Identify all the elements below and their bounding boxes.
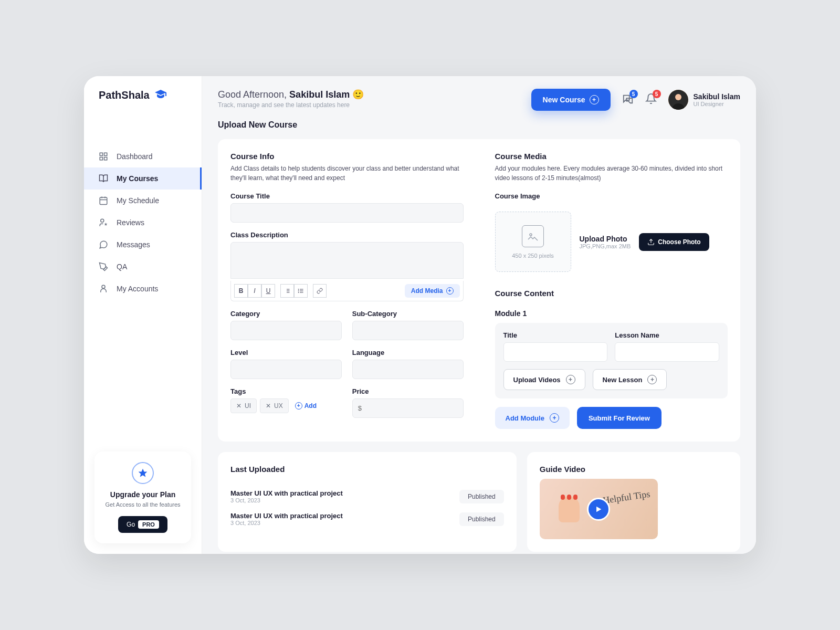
sub-category-label: Sub-Category bbox=[352, 310, 464, 318]
nav-accounts[interactable]: My Accounts bbox=[84, 278, 202, 300]
svg-point-26 bbox=[530, 234, 532, 236]
svg-marker-28 bbox=[596, 506, 601, 512]
avatar bbox=[668, 90, 688, 110]
link-button[interactable] bbox=[313, 284, 327, 298]
svg-marker-11 bbox=[139, 468, 148, 477]
guide-video-title: Guide Video bbox=[540, 465, 728, 474]
notifications-icon-button[interactable]: 5 bbox=[645, 93, 657, 107]
upload-info-title: Upload Photo bbox=[580, 235, 631, 243]
upgrade-btn-text: Go bbox=[127, 521, 135, 528]
section-desc: Add your modules here. Every modules ave… bbox=[495, 164, 728, 183]
tag-chip[interactable]: ✕UX bbox=[260, 398, 289, 413]
calendar-icon bbox=[99, 196, 108, 205]
upload-videos-button[interactable]: Upload Videos + bbox=[503, 369, 585, 390]
add-module-button[interactable]: Add Module + bbox=[495, 407, 570, 429]
bottom-cards: Last Uploaded Master UI UX with practica… bbox=[218, 452, 740, 552]
status-badge: Published bbox=[459, 512, 504, 526]
book-icon bbox=[99, 174, 108, 183]
user-role: UI Designer bbox=[694, 101, 740, 107]
module-title-input[interactable] bbox=[503, 342, 608, 362]
nav-label: QA bbox=[117, 262, 127, 271]
lesson-name-label: Lesson Name bbox=[615, 331, 719, 339]
upload-dimensions: 450 x 250 pixels bbox=[512, 253, 554, 259]
nav-label: My Accounts bbox=[117, 285, 158, 293]
header-actions: New Course + 5 5 Sakibul Islam UI Design… bbox=[531, 89, 740, 111]
module-card: Title Lesson Name Upload Videos + bbox=[495, 323, 728, 398]
nav: Dashboard My Courses My Schedule Reviews… bbox=[84, 114, 202, 441]
svg-point-13 bbox=[675, 94, 681, 100]
star-icon bbox=[132, 462, 154, 484]
module-title-label: Title bbox=[503, 331, 608, 339]
thumb-text: Helpful Tips bbox=[602, 489, 651, 506]
tag-chip[interactable]: ✕UI bbox=[230, 398, 257, 413]
new-course-button[interactable]: New Course + bbox=[531, 89, 611, 111]
nav-qa[interactable]: QA bbox=[84, 256, 202, 278]
upload-item-title: Master UI UX with practical project bbox=[230, 512, 343, 520]
italic-button[interactable]: I bbox=[248, 284, 261, 298]
greeting-block: Good Afternoon, Sakibul Islam 🙂 Track, m… bbox=[218, 89, 364, 109]
grid-icon bbox=[99, 152, 108, 161]
svg-rect-0 bbox=[100, 153, 102, 155]
class-desc-label: Class Description bbox=[230, 231, 464, 239]
user-profile[interactable]: Sakibul Islam UI Designer bbox=[668, 90, 740, 110]
level-label: Level bbox=[230, 349, 342, 356]
nav-reviews[interactable]: Reviews bbox=[84, 212, 202, 234]
close-icon: ✕ bbox=[236, 402, 242, 410]
nav-schedule[interactable]: My Schedule bbox=[84, 190, 202, 212]
upload-info-sub: JPG,PNG,max 2MB bbox=[580, 243, 631, 249]
course-form: Course Info Add Class details to help st… bbox=[218, 139, 740, 442]
lesson-name-input[interactable] bbox=[615, 342, 719, 362]
svg-rect-3 bbox=[104, 158, 107, 160]
choose-photo-button[interactable]: Choose Photo bbox=[639, 233, 709, 251]
underline-button[interactable]: U bbox=[261, 284, 275, 298]
plus-icon: + bbox=[550, 413, 559, 423]
class-desc-input[interactable] bbox=[230, 242, 464, 279]
sub-category-input[interactable] bbox=[352, 321, 464, 340]
greeting-sub: Track, manage and see the latest updates… bbox=[218, 101, 364, 109]
header: Good Afternoon, Sakibul Islam 🙂 Track, m… bbox=[218, 89, 740, 111]
nav-messages[interactable]: Messages bbox=[84, 234, 202, 256]
plus-icon: + bbox=[295, 402, 302, 410]
nav-label: My Schedule bbox=[117, 196, 159, 205]
page-title: Upload New Course bbox=[218, 120, 740, 130]
logo-text: PathShala bbox=[99, 89, 150, 101]
nav-label: Dashboard bbox=[117, 152, 153, 161]
price-input[interactable] bbox=[352, 398, 464, 418]
sidebar: PathShala Dashboard My Courses My Schedu… bbox=[84, 76, 202, 554]
svg-rect-2 bbox=[100, 158, 102, 160]
svg-point-25 bbox=[298, 292, 299, 293]
course-title-input[interactable] bbox=[230, 203, 464, 223]
tags-label: Tags bbox=[230, 387, 342, 395]
language-input[interactable] bbox=[352, 360, 464, 379]
messages-badge: 5 bbox=[629, 90, 638, 98]
nav-courses[interactable]: My Courses bbox=[84, 167, 202, 190]
plus-icon: + bbox=[590, 95, 599, 104]
messages-icon-button[interactable]: 5 bbox=[622, 93, 634, 107]
graduation-cap-icon bbox=[153, 89, 169, 101]
ordered-list-button[interactable] bbox=[280, 284, 294, 298]
section-title: Course Info bbox=[230, 152, 464, 161]
user-icon bbox=[99, 284, 108, 293]
add-tag-button[interactable]: + Add bbox=[292, 399, 320, 413]
upgrade-button[interactable]: Go PRO bbox=[118, 516, 167, 533]
close-icon: ✕ bbox=[266, 402, 271, 410]
bold-button[interactable]: B bbox=[234, 284, 248, 298]
module-title: Module 1 bbox=[495, 309, 728, 318]
upload-item: Master UI UX with practical project 3 Oc… bbox=[230, 508, 504, 530]
add-media-button[interactable]: Add Media + bbox=[405, 284, 460, 298]
last-uploaded-title: Last Uploaded bbox=[230, 465, 504, 474]
nav-dashboard[interactable]: Dashboard bbox=[84, 145, 202, 167]
submit-review-button[interactable]: Submit For Review bbox=[577, 407, 662, 429]
svg-rect-1 bbox=[104, 153, 107, 155]
category-label: Category bbox=[230, 310, 342, 318]
level-input[interactable] bbox=[230, 360, 342, 379]
new-lesson-button[interactable]: New Lesson + bbox=[593, 369, 667, 390]
course-title-label: Course Title bbox=[230, 192, 464, 200]
category-input[interactable] bbox=[230, 321, 342, 340]
editor-toolbar: B I U Add Media bbox=[230, 281, 464, 301]
video-thumbnail[interactable]: Helpful Tips bbox=[540, 479, 658, 539]
upgrade-card: Upgrade your Plan Get Access to all the … bbox=[94, 452, 191, 543]
nav-label: Reviews bbox=[117, 218, 144, 227]
unordered-list-button[interactable] bbox=[294, 284, 308, 298]
upload-dropzone[interactable]: 450 x 250 pixels bbox=[495, 212, 571, 272]
